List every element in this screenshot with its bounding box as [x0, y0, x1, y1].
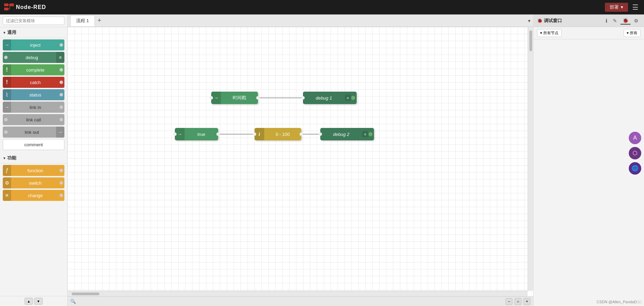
- canvas-connections: [68, 27, 533, 296]
- filter-all-nodes-button[interactable]: ▾ 所有节点: [537, 29, 562, 37]
- canvas-scrollbar-vertical[interactable]: [528, 27, 533, 291]
- debug2-label: debug 2: [320, 132, 362, 137]
- filter-all-label: ▾ 所有: [627, 30, 637, 36]
- panel-tab-info[interactable]: ℹ: [603, 17, 609, 25]
- switch-icon: ⚙: [3, 177, 11, 188]
- deploy-button[interactable]: 部署 ▾: [605, 3, 628, 12]
- node-catch-label: catch: [11, 80, 60, 85]
- main-layout: ▾ 通用 → inject debug ≡ ! complete: [0, 15, 644, 306]
- node-debug-label: debug: [8, 55, 56, 60]
- debug1-port-left: [301, 96, 305, 100]
- filter-all-button[interactable]: ▾ 所有: [624, 29, 641, 37]
- float-icon-translate[interactable]: A: [629, 132, 641, 144]
- v-scroll-thumb[interactable]: [529, 30, 532, 51]
- hamburger-button[interactable]: ☰: [631, 3, 640, 11]
- right-panel-filter: ▾ 所有节点 ▾ 所有: [534, 27, 644, 39]
- node-status[interactable]: ⌇ status: [3, 89, 64, 100]
- true-label: true: [185, 132, 218, 137]
- debug1-label: debug 1: [303, 95, 345, 101]
- node-complete[interactable]: ! complete: [3, 64, 64, 75]
- canvas-scrollbar-horizontal[interactable]: [68, 291, 528, 296]
- topbar-right: 部署 ▾ ☰: [605, 3, 640, 12]
- section-function[interactable]: ▾ 功能: [0, 153, 67, 164]
- tab-flow1-label: 流程 1: [76, 18, 89, 23]
- tab-flow1[interactable]: 流程 1: [70, 15, 95, 26]
- csdn-watermark: CSDN @Allen_PandaD□□: [597, 300, 641, 304]
- topbar: Node-RED 部署 ▾ ☰: [0, 0, 644, 15]
- panel-title: 🐞 调试窗口: [537, 18, 562, 24]
- panel-tab-settings[interactable]: ⚙: [632, 17, 641, 25]
- canvas-area: 流程 1 + ▾ →: [68, 15, 533, 306]
- topbar-left: Node-RED: [4, 3, 46, 11]
- node-inject[interactable]: → inject: [3, 39, 64, 50]
- change-icon: ✕: [3, 190, 11, 201]
- sidebar-scroll: ▾ 通用 → inject debug ≡ ! complete: [0, 27, 67, 296]
- debug2-menu-icon[interactable]: ≡: [362, 131, 368, 137]
- csdn-text: CSDN @Allen_PandaD□□: [597, 300, 641, 304]
- true-port-right: [216, 132, 220, 136]
- panel-tab-edit[interactable]: ✎: [611, 17, 619, 25]
- chevron-function-icon: ▾: [3, 156, 5, 160]
- true-port-left: [173, 132, 177, 136]
- search-input[interactable]: [3, 17, 64, 25]
- flow-node-debug1[interactable]: debug 1 ≡: [303, 92, 357, 104]
- sidebar-scroll-controls: ▲ ▼: [0, 296, 67, 306]
- node-linkcall[interactable]: link call: [3, 114, 64, 125]
- canvas-tabs: 流程 1 + ▾: [68, 15, 533, 27]
- right-panel-header: 🐞 调试窗口 ℹ ✎ 🐞 ⚙: [534, 15, 644, 27]
- flow-node-true[interactable]: → true: [175, 128, 218, 140]
- node-linkin[interactable]: → link in: [3, 102, 64, 113]
- canvas-grid[interactable]: → 时间戳 debug 1 ≡ → true: [68, 27, 533, 296]
- linkout-port-left: [4, 130, 8, 134]
- timestamp-port-right: [256, 96, 260, 100]
- debug-panel-title: 调试窗口: [544, 18, 562, 24]
- catch-port-right: [60, 81, 63, 84]
- linkin-icon: →: [3, 102, 11, 113]
- node-linkcall-label: link call: [8, 117, 60, 122]
- add-tab-button[interactable]: +: [96, 17, 104, 24]
- node-comment[interactable]: comment: [3, 139, 64, 150]
- zoom-out-button[interactable]: −: [506, 298, 512, 305]
- node-function[interactable]: ƒ function: [3, 165, 64, 176]
- node-linkout[interactable]: link out →: [3, 127, 64, 138]
- timestamp-port-left: [209, 96, 213, 100]
- node-linkout-label: link out: [8, 130, 56, 135]
- panel-tab-debug[interactable]: 🐞: [620, 17, 630, 25]
- section-general-label: 通用: [7, 29, 16, 36]
- scroll-down-button[interactable]: ▼: [34, 298, 43, 305]
- section-general[interactable]: ▾ 通用: [0, 27, 67, 38]
- h-scroll-thumb[interactable]: [72, 293, 99, 295]
- inject-icon: →: [3, 39, 11, 50]
- node-switch[interactable]: ⚙ switch: [3, 177, 64, 188]
- canvas-search-button[interactable]: 🔍: [70, 299, 76, 304]
- debug1-active-dot: [351, 96, 355, 100]
- flow-node-debug2[interactable]: debug 2 ≡: [320, 128, 374, 140]
- debug-icon: ≡: [56, 52, 64, 63]
- filter-all-nodes-label: ▾ 所有节点: [540, 30, 558, 36]
- zoom-reset-button[interactable]: ○: [515, 298, 521, 305]
- scroll-up-button[interactable]: ▲: [25, 298, 33, 305]
- float-icon-globe[interactable]: 🌐: [629, 162, 641, 175]
- node-catch[interactable]: ! catch: [3, 77, 64, 88]
- function-icon: ƒ: [3, 165, 11, 176]
- flow-node-timestamp[interactable]: → 时间戳: [211, 92, 258, 104]
- node-status-label: status: [11, 92, 60, 98]
- float-icon-plugin[interactable]: ⬡: [629, 147, 641, 159]
- debug1-menu-icon[interactable]: ≡: [345, 95, 351, 101]
- deploy-label: 部署: [610, 4, 619, 10]
- zoom-in-button[interactable]: +: [524, 298, 530, 305]
- node-change[interactable]: ✕ change: [3, 190, 64, 201]
- debug2-port-left: [319, 132, 322, 136]
- section-function-label: 功能: [7, 155, 16, 161]
- node-debug[interactable]: debug ≡: [3, 52, 64, 63]
- node-red-logo-icon: [4, 3, 14, 11]
- node-switch-label: switch: [11, 180, 60, 186]
- tab-menu-button[interactable]: ▾: [528, 18, 530, 24]
- flow-node-range[interactable]: i 0 - 100: [254, 128, 301, 140]
- canvas-wrapper[interactable]: → 时间戳 debug 1 ≡ → true: [68, 27, 533, 296]
- svg-rect-2: [4, 8, 8, 10]
- canvas-bottom-bar: 🔍 − ○ +: [68, 296, 533, 306]
- debug-panel-icon: 🐞: [537, 18, 543, 23]
- linkout-icon: →: [56, 127, 64, 138]
- bottom-bar-right: − ○ +: [506, 298, 530, 305]
